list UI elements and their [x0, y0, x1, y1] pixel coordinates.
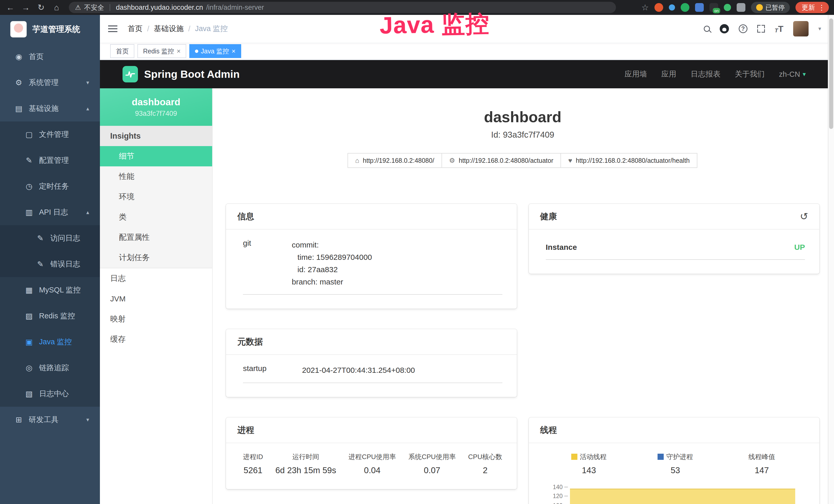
fullscreen-icon[interactable] [757, 25, 765, 32]
health-card-title: 健康 [540, 211, 557, 222]
menu-item-scheduled-tasks[interactable]: 计划任务 [100, 248, 212, 268]
reload-icon[interactable]: ↻ [36, 3, 46, 12]
edit-icon: ✎ [25, 156, 34, 165]
sidebar-item-config[interactable]: ✎ 配置管理 [0, 147, 100, 173]
gear-icon: ⚙ [14, 78, 23, 87]
extension-icon[interactable] [695, 3, 704, 12]
actuator-url-link[interactable]: ⚙ http://192.168.0.2:48080/actuator [441, 153, 561, 168]
security-label[interactable]: 不安全 [84, 3, 104, 12]
sidebar-item-infra[interactable]: ▤ 基础设施 ▴ [0, 95, 100, 121]
sidebar-item-access-log[interactable]: ✎ 访问日志 [0, 225, 100, 251]
stat-live-threads: 活动线程 143 [546, 452, 632, 475]
menu-item-caches[interactable]: 缓存 [100, 329, 212, 349]
instance-links: ⌂ http://192.168.0.2:48080/ ⚙ http://192… [226, 153, 819, 168]
sba-body: dashboard 93a3fc7f7409 Insights 细节 性能 环境… [100, 88, 834, 504]
sba-nav-links: 应用墙 应用 日志报表 关于我们 zh-CN ▾ [625, 69, 806, 79]
kebab-menu-icon[interactable]: ⋮ [818, 3, 825, 12]
sidebar-item-error-log[interactable]: ✎ 错误日志 [0, 251, 100, 277]
menu-item-logs[interactable]: 日志 [100, 268, 212, 289]
sba-content: dashboard Id: 93a3fc7f7409 ⌂ http://192.… [213, 88, 834, 504]
wrench-icon: ⚙ [449, 157, 455, 165]
menu-item-classes[interactable]: 类 [100, 207, 212, 227]
forward-icon[interactable]: → [21, 3, 31, 12]
menu-item-jvm[interactable]: JVM [100, 289, 212, 309]
paused-badge[interactable]: 已暂停 [751, 2, 790, 13]
nav-about[interactable]: 关于我们 [735, 69, 765, 79]
extension-icon[interactable] [681, 3, 689, 12]
bookmark-star-icon[interactable]: ☆ [641, 3, 649, 12]
breadcrumb-infra[interactable]: 基础设施 [154, 24, 184, 34]
update-button[interactable]: 更新 ⋮ [795, 2, 829, 13]
menu-item-details[interactable]: 细节 [100, 146, 212, 166]
caret-down-icon[interactable]: ▾ [818, 25, 821, 32]
sidebar-item-log-center[interactable]: ▧ 日志中心 [0, 381, 100, 407]
extension-icon[interactable] [724, 4, 731, 11]
menu-item-config-props[interactable]: 配置属性 [100, 227, 212, 248]
locale-select[interactable]: zh-CN ▾ [779, 70, 806, 78]
chevron-down-icon: ▾ [86, 416, 89, 423]
tab-java-monitor[interactable]: Java 监控 × [189, 44, 241, 58]
y-tick-140: 140 [546, 484, 563, 491]
sidebar-fold-icon[interactable] [108, 28, 117, 29]
sidebar-item-jobs[interactable]: ◷ 定时任务 [0, 173, 100, 199]
extension-icon[interactable] [655, 3, 663, 12]
sidebar-item-home[interactable]: ◉ 首页 [0, 44, 100, 70]
breadcrumb-separator: / [188, 25, 190, 33]
breadcrumb-home[interactable]: 首页 [128, 24, 142, 34]
address-bar[interactable]: ⚠ 不安全 dashboard.yudao.iocoder.cn /infra/… [69, 2, 616, 13]
extensions-puzzle-icon[interactable] [737, 3, 745, 12]
tab-redis-monitor[interactable]: Redis 监控 × [137, 44, 186, 58]
url-path: /infra/admin-server [206, 4, 264, 12]
menu-item-metrics[interactable]: 性能 [100, 166, 212, 187]
mysql-icon: ▦ [25, 285, 34, 295]
extension-icon[interactable] [669, 4, 675, 10]
sba-brand-title[interactable]: Spring Boot Admin [144, 68, 240, 81]
legend-live-icon [571, 454, 577, 460]
trace-icon: ◎ [25, 363, 34, 372]
window-scrollbar[interactable] [828, 15, 834, 504]
help-icon[interactable]: ? [739, 24, 747, 33]
tab-home[interactable]: 首页 [110, 44, 134, 58]
font-size-icon[interactable]: TT [775, 24, 784, 34]
extension-icon[interactable]: on [709, 3, 718, 12]
home-icon[interactable]: ⌂ [51, 3, 62, 12]
sidebar-item-files[interactable]: ▢ 文件管理 [0, 121, 100, 147]
metadata-card: 元数据 startup 2021-04-27T00:44:31.254+08:0… [226, 329, 517, 397]
sidebar-item-tracing[interactable]: ◎ 链路追踪 [0, 355, 100, 381]
nav-applications[interactable]: 应用 [661, 69, 676, 79]
scrollbar-thumb[interactable] [829, 19, 833, 129]
sidebar-item-api-log[interactable]: ▥ API 日志 ▴ [0, 199, 100, 225]
sidebar-item-system[interactable]: ⚙ 系统管理 ▾ [0, 70, 100, 95]
close-icon[interactable]: × [177, 47, 180, 55]
back-icon[interactable]: ← [5, 3, 16, 12]
y-tick-120: 120 [546, 493, 563, 500]
menu-section-insights: Insights [100, 126, 212, 146]
insights-group: Insights 细节 性能 环境 类 配置属性 计划任务 [100, 126, 212, 268]
sidebar-item-java-monitor[interactable]: ▣ Java 监控 [0, 329, 100, 355]
menu-item-environment[interactable]: 环境 [100, 187, 212, 207]
health-key: Instance [546, 243, 577, 252]
nav-journal[interactable]: 日志报表 [691, 69, 721, 79]
search-icon[interactable] [704, 26, 710, 32]
health-url-link[interactable]: ♥ http://192.168.0.2:48080/actuator/heal… [561, 153, 697, 168]
close-icon[interactable]: × [232, 47, 236, 55]
chevron-down-icon: ▾ [86, 79, 89, 86]
nav-wallboard[interactable]: 应用墙 [625, 69, 647, 79]
stat-process-cpu: 进程CPU使用率 0.04 [349, 452, 396, 475]
cards-grid: 信息 git commit: time: 1596289704000 id: 2… [226, 204, 819, 504]
chevron-up-icon: ▴ [86, 105, 89, 112]
health-card: 健康 ↺ Instance UP [529, 204, 820, 274]
stat-pid: 进程ID 5261 [243, 452, 263, 475]
menu-item-mappings[interactable]: 映射 [100, 309, 212, 329]
history-icon[interactable]: ↺ [800, 211, 808, 222]
sidebar-item-mysql[interactable]: ▦ MySQL 监控 [0, 277, 100, 303]
app-logo-row[interactable]: 芋道管理系统 [0, 15, 100, 44]
sidebar-item-devtools[interactable]: ⊞ 研发工具 ▾ [0, 407, 100, 433]
github-icon[interactable] [720, 24, 729, 33]
header-actions: ? TT ▾ [704, 21, 821, 37]
sidebar-item-redis[interactable]: ▨ Redis 监控 [0, 303, 100, 329]
avatar[interactable] [793, 21, 809, 37]
service-url-link[interactable]: ⌂ http://192.168.0.2:48080/ [348, 153, 442, 168]
process-stats: 进程ID 5261 运行时间 6d 23h 15m 59s 进程CPU使用率 0… [243, 452, 502, 475]
metadata-key: startup [243, 364, 302, 376]
